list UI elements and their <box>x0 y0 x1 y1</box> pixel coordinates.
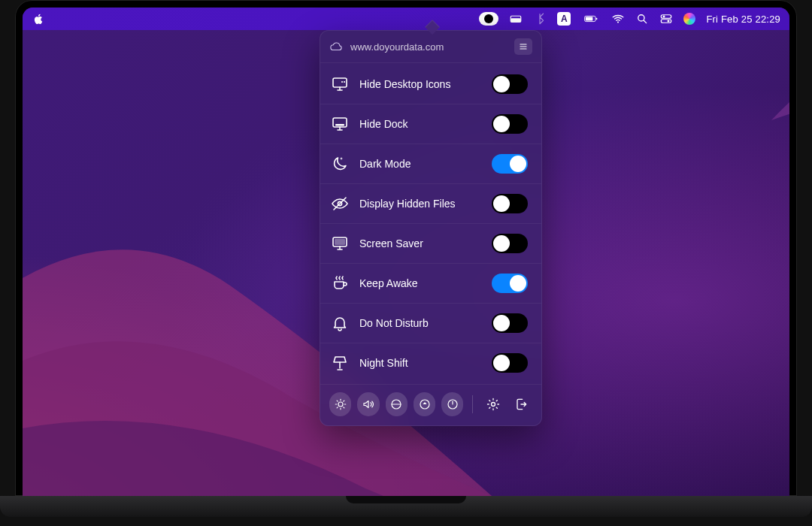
row-hide-dock: Hide Dock <box>320 104 541 144</box>
brightness-button[interactable] <box>329 392 351 416</box>
desktop: A Fri Feb 25 22:29 <box>23 8 789 496</box>
svg-point-6 <box>638 15 644 21</box>
battery-icon[interactable] <box>581 12 601 26</box>
toggle-hide-desktop-icons[interactable] <box>492 74 528 94</box>
toggle-list: Hide Desktop Icons Hide Dock <box>320 63 541 384</box>
apple-logo-icon[interactable] <box>32 12 45 26</box>
wifi-icon[interactable] <box>611 12 625 26</box>
dock-icon <box>331 115 349 133</box>
eye-slash-icon <box>331 195 349 213</box>
row-label: Hide Dock <box>359 118 408 130</box>
svg-rect-15 <box>335 124 344 126</box>
svg-point-10 <box>668 20 670 23</box>
toggle-do-not-disturb[interactable] <box>492 313 528 333</box>
panel-header: www.doyourdata.com <box>320 31 541 63</box>
row-label: Keep Awake <box>359 277 418 289</box>
svg-rect-7 <box>662 15 672 19</box>
row-label: Do Not Disturb <box>359 317 429 329</box>
laptop-lid-base <box>0 496 812 517</box>
control-center-icon[interactable] <box>659 12 673 26</box>
panel-menu-button[interactable] <box>514 38 532 55</box>
menubar: A Fri Feb 25 22:29 <box>23 8 789 30</box>
power-button[interactable] <box>441 392 463 416</box>
bluetooth-off-icon[interactable] <box>533 12 547 26</box>
row-screen-saver: Screen Saver <box>320 224 541 264</box>
toggle-display-hidden-files[interactable] <box>492 194 528 213</box>
row-do-not-disturb: Do Not Disturb <box>320 304 541 343</box>
quick-toggle-panel: www.doyourdata.com Hide Desktop Icons <box>320 30 542 426</box>
volume-button[interactable] <box>357 392 379 416</box>
cloud-icon <box>329 40 343 53</box>
toggle-hide-dock[interactable] <box>492 114 528 134</box>
row-label: Screen Saver <box>359 237 423 249</box>
svg-point-23 <box>492 403 495 407</box>
row-keep-awake: Keep Awake <box>320 264 541 304</box>
row-label: Night Shift <box>359 357 408 369</box>
toggle-screen-saver[interactable] <box>492 234 528 253</box>
screen-bezel: A Fri Feb 25 22:29 <box>15 0 797 496</box>
settings-button[interactable] <box>482 392 504 416</box>
input-source-icon[interactable]: A <box>557 12 571 26</box>
row-night-shift: Night Shift <box>320 343 541 382</box>
svg-point-13 <box>344 81 345 83</box>
row-label: Hide Desktop Icons <box>359 78 450 90</box>
spotlight-icon[interactable] <box>635 12 649 26</box>
svg-rect-1 <box>511 18 522 22</box>
svg-point-12 <box>341 81 343 83</box>
footer-divider <box>472 395 473 413</box>
siri-icon[interactable] <box>683 13 695 25</box>
eject-button[interactable] <box>414 392 435 416</box>
svg-rect-4 <box>596 18 598 20</box>
lamp-icon <box>331 354 349 372</box>
toggle-keep-awake[interactable] <box>492 274 528 293</box>
svg-rect-9 <box>662 20 672 23</box>
moon-icon <box>331 155 349 173</box>
svg-point-5 <box>617 21 619 23</box>
brand-url-link[interactable]: www.doyourdata.com <box>350 41 444 53</box>
svg-rect-3 <box>586 17 593 21</box>
menubar-clock[interactable]: Fri Feb 25 22:29 <box>706 14 780 25</box>
disk-button[interactable] <box>386 392 408 416</box>
panel-footer <box>320 384 541 425</box>
toggle-night-shift[interactable] <box>492 353 528 373</box>
laptop-device: A Fri Feb 25 22:29 <box>15 0 797 517</box>
do-not-disturb-icon[interactable] <box>509 12 523 26</box>
app-menubar-icon[interactable] <box>479 12 498 26</box>
screensaver-icon <box>331 234 349 252</box>
svg-point-8 <box>663 16 665 18</box>
svg-rect-18 <box>335 239 345 245</box>
bell-icon <box>331 314 349 332</box>
desktop-icon <box>331 75 349 93</box>
row-label: Display Hidden Files <box>359 198 456 210</box>
row-hide-desktop-icons: Hide Desktop Icons <box>320 65 541 104</box>
row-label: Dark Mode <box>359 158 411 170</box>
row-display-hidden-files: Display Hidden Files <box>320 184 541 224</box>
row-dark-mode: Dark Mode <box>320 144 541 184</box>
svg-point-19 <box>338 402 343 407</box>
quit-button[interactable] <box>511 392 532 416</box>
toggle-dark-mode[interactable] <box>492 154 528 174</box>
coffee-icon <box>331 274 349 292</box>
